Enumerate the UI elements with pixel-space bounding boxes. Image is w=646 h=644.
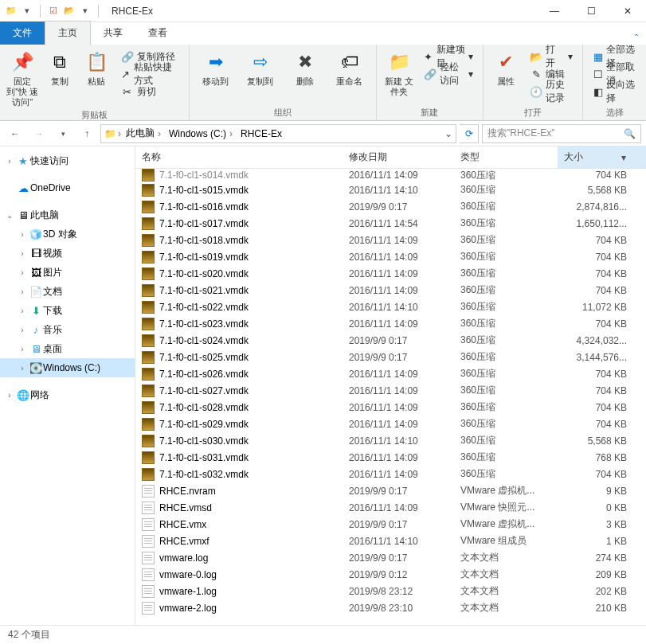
rename-button[interactable]: 🏷重命名 xyxy=(330,48,370,105)
chevron-down-icon[interactable]: ▾ xyxy=(621,152,626,163)
history-icon: 🕘 xyxy=(530,85,542,98)
table-row[interactable]: 7.1-f0-cl1-s029.vmdk2016/11/1 14:09360压缩… xyxy=(135,416,646,432)
breadcrumb-folder[interactable]: RHCE-Ex xyxy=(237,128,285,139)
nav-back-button[interactable]: ← xyxy=(5,123,25,144)
table-row[interactable]: 7.1-f0-cl1-s019.vmdk2016/11/1 14:09360压缩… xyxy=(135,248,646,265)
breadcrumb[interactable]: 📁 › 此电脑› Windows (C:)› RHCE-Ex ⌄ xyxy=(100,124,456,143)
cut-button[interactable]: ✂剪切 xyxy=(118,83,182,100)
easyaccess-button[interactable]: 🔗轻松访问▾ xyxy=(421,65,476,83)
nav-up-button[interactable]: ↑ xyxy=(76,123,97,144)
navitem-cdrive[interactable]: ›💽Windows (C:) xyxy=(0,358,135,377)
table-row[interactable]: RHCE.nvram2019/9/9 0:17VMware 虚拟机...9 KB xyxy=(135,482,646,499)
paste-button[interactable]: 📋粘贴 xyxy=(80,48,113,107)
paste-shortcut-button[interactable]: ↗粘贴快捷方式 xyxy=(118,65,182,83)
table-row[interactable]: 7.1-f0-cl1-s031.vmdk2016/11/1 14:09360压缩… xyxy=(135,449,646,466)
nav-forward-button[interactable]: → xyxy=(29,123,49,144)
table-row[interactable]: 7.1-f0-cl1-s021.vmdk2016/11/1 14:09360压缩… xyxy=(135,282,646,299)
navitem-thispc[interactable]: ⌄🖥此电脑 xyxy=(0,205,135,224)
table-row[interactable]: 7.1-f0-cl1-s022.vmdk2016/11/1 14:10360压缩… xyxy=(135,299,646,315)
table-row[interactable]: 7.1-f0-cl1-s020.vmdk2016/11/1 14:09360压缩… xyxy=(135,265,646,282)
col-name[interactable]: 名称 xyxy=(135,146,343,168)
breadcrumb-pc[interactable]: 此电脑› xyxy=(123,127,164,140)
col-type[interactable]: 类型 xyxy=(454,146,558,168)
maximize-button[interactable]: ☐ xyxy=(573,0,609,22)
qat-dropdown-icon[interactable]: ▾ xyxy=(21,5,33,18)
file-type: 文本文档 xyxy=(454,601,558,615)
table-row[interactable]: 7.1-f0-cl1-s032.vmdk2016/11/1 14:09360压缩… xyxy=(135,466,646,482)
table-row[interactable]: 7.1-f0-cl1-s018.vmdk2016/11/1 14:09360压缩… xyxy=(135,232,646,248)
file-icon xyxy=(142,318,155,330)
table-row[interactable]: vmware-1.log2019/9/8 23:12文本文档202 KB xyxy=(135,583,646,599)
navitem-videos[interactable]: ›🎞视频 xyxy=(0,244,135,263)
search-input[interactable]: 搜索"RHCE-Ex" 🔍 xyxy=(482,124,641,143)
file-icon xyxy=(142,485,155,498)
navitem-quick-access[interactable]: ›★快速访问 xyxy=(0,151,135,170)
navitem-3dobjects[interactable]: ›🧊3D 对象 xyxy=(0,224,135,244)
file-icon xyxy=(142,502,155,514)
navitem-desktop[interactable]: ›🖥桌面 xyxy=(0,339,135,358)
tab-file[interactable]: 文件 xyxy=(0,21,45,45)
qat-overflow-icon[interactable]: ▾ xyxy=(79,5,92,18)
refresh-button[interactable]: ⟳ xyxy=(460,124,479,143)
col-date[interactable]: 修改日期 xyxy=(343,146,454,168)
file-date: 2016/11/1 14:09 xyxy=(343,252,454,263)
tab-view[interactable]: 查看 xyxy=(135,21,180,45)
nav-recent-button[interactable]: ▾ xyxy=(53,123,73,144)
close-button[interactable]: ✕ xyxy=(609,0,646,22)
table-row[interactable]: 7.1-f0-cl1-s016.vmdk2019/9/9 0:17360压缩2,… xyxy=(135,198,646,215)
delete-button[interactable]: ✖删除 xyxy=(285,48,325,105)
chevron-right-icon[interactable]: › xyxy=(118,128,121,139)
table-row[interactable]: 7.1-f0-cl1-s027.vmdk2016/11/1 14:09360压缩… xyxy=(135,382,646,399)
open-button[interactable]: 📂打开▾ xyxy=(527,48,576,65)
minimize-button[interactable]: — xyxy=(536,0,573,22)
table-row[interactable]: RHCE.vmsd2016/11/1 14:09VMware 快照元...0 K… xyxy=(135,499,646,516)
open-folder-icon[interactable]: 📂 xyxy=(63,5,76,18)
invert-button[interactable]: ◧反向选择 xyxy=(589,83,640,100)
navitem-music[interactable]: ›♪音乐 xyxy=(0,320,135,339)
table-row[interactable]: 7.1-f0-cl1-s030.vmdk2016/11/1 14:10360压缩… xyxy=(135,432,646,449)
col-size[interactable]: 大小▾ xyxy=(558,146,646,168)
group-label: 选择 xyxy=(589,105,640,119)
file-name: vmware-1.log xyxy=(159,586,217,597)
collapse-icon[interactable]: ⌄ xyxy=(3,211,16,220)
copy-button[interactable]: ⧉复制 xyxy=(44,48,76,107)
document-icon: 📄 xyxy=(29,286,43,298)
navitem-downloads[interactable]: ›⬇下载 xyxy=(0,301,135,320)
file-name: RHCE.nvram xyxy=(159,486,216,497)
table-row[interactable]: 7.1-f0-cl1-s023.vmdk2016/11/1 14:09360压缩… xyxy=(135,315,646,332)
checkbox-icon[interactable]: ☑ xyxy=(47,5,60,18)
table-row[interactable]: vmware-2.log2019/9/8 23:10文本文档210 KB xyxy=(135,599,646,616)
table-row[interactable]: 7.1-f0-cl1-s024.vmdk2019/9/9 0:17360压缩4,… xyxy=(135,332,646,349)
properties-button[interactable]: ✔属性 xyxy=(490,48,523,105)
navigation-pane[interactable]: ›★快速访问 ☁OneDrive ⌄🖥此电脑 ›🧊3D 对象 ›🎞视频 ›🖼图片… xyxy=(0,146,135,625)
newfolder-button[interactable]: 📁新建 文件夹 xyxy=(383,48,416,105)
history-button[interactable]: 🕘历史记录 xyxy=(527,83,576,100)
navitem-network[interactable]: ›🌐网络 xyxy=(0,385,135,404)
navitem-documents[interactable]: ›📄文档 xyxy=(0,282,135,301)
copyto-icon: ⇨ xyxy=(248,49,273,75)
breadcrumb-drive[interactable]: Windows (C:)› xyxy=(166,128,236,139)
copyto-button[interactable]: ⇨复制到 xyxy=(241,48,280,105)
expand-icon[interactable]: › xyxy=(3,157,16,166)
table-row[interactable]: RHCE.vmxf2016/11/1 14:10VMware 组成员1 KB xyxy=(135,533,646,549)
table-row[interactable]: RHCE.vmx2019/9/9 0:17VMware 虚拟机...3 KB xyxy=(135,516,646,533)
tab-share[interactable]: 共享 xyxy=(91,21,135,45)
selectnone-icon: ☐ xyxy=(593,68,603,80)
moveto-button[interactable]: ➡移动到 xyxy=(196,48,236,105)
navitem-pictures[interactable]: ›🖼图片 xyxy=(0,263,135,282)
table-row[interactable]: 7.1-f0-cl1-s015.vmdk2016/11/1 14:10360压缩… xyxy=(135,181,646,198)
chevron-down-icon[interactable]: ⌄ xyxy=(444,128,452,139)
table-row[interactable]: vmware.log2019/9/9 0:17文本文档274 KB xyxy=(135,549,646,566)
tab-home[interactable]: 主页 xyxy=(45,21,91,45)
table-row[interactable]: 7.1-f0-cl1-s026.vmdk2016/11/1 14:09360压缩… xyxy=(135,365,646,382)
table-row[interactable]: 7.1-f0-cl1-s014.vmdk 2016/11/1 14:09 360… xyxy=(135,169,646,181)
file-list[interactable]: 7.1-f0-cl1-s014.vmdk 2016/11/1 14:09 360… xyxy=(135,169,646,625)
search-icon[interactable]: 🔍 xyxy=(624,128,636,139)
table-row[interactable]: 7.1-f0-cl1-s017.vmdk2016/11/1 14:54360压缩… xyxy=(135,215,646,232)
pin-button[interactable]: 📌固定到"快 速访问" xyxy=(6,48,39,107)
table-row[interactable]: 7.1-f0-cl1-s025.vmdk2019/9/9 0:17360压缩3,… xyxy=(135,349,646,365)
table-row[interactable]: vmware-0.log2019/9/9 0:12文本文档209 KB xyxy=(135,566,646,583)
navitem-onedrive[interactable]: ☁OneDrive xyxy=(0,178,135,197)
file-name: RHCE.vmx xyxy=(159,519,206,530)
table-row[interactable]: 7.1-f0-cl1-s028.vmdk2016/11/1 14:09360压缩… xyxy=(135,399,646,416)
